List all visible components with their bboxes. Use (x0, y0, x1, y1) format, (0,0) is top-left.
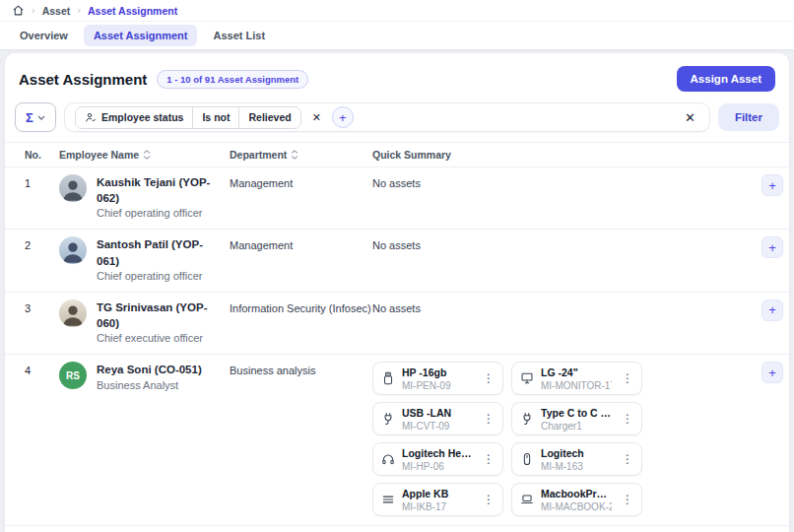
quick-summary: No assets (372, 299, 749, 345)
asset-card[interactable]: MacbookPro–2017 MI-MACBOOK-26 ⋮ (511, 483, 642, 516)
filter-input-area[interactable]: Employee status Is not Relieved ✕ + ✕ (64, 102, 710, 132)
keyboard-icon (381, 493, 395, 506)
add-asset-button[interactable]: + (761, 236, 783, 258)
department: Management (230, 174, 372, 220)
asset-name: Logitech Headphone (402, 446, 473, 460)
clear-filters-icon[interactable]: ✕ (681, 110, 699, 125)
asset-name: Logitech (541, 446, 612, 460)
employee-name[interactable]: Kaushik Tejani (YOP-062) (97, 174, 222, 206)
employee-name[interactable]: Santosh Patil (YOP-061) (97, 236, 222, 268)
headphone-icon (381, 452, 395, 466)
laptop-icon (520, 493, 534, 506)
add-asset-button[interactable]: + (761, 174, 783, 196)
add-filter-button[interactable]: + (332, 106, 354, 128)
asset-card[interactable]: HP -16gb MI-PEN-09 ⋮ (372, 362, 503, 395)
column-header-employee-name-label: Employee Name (59, 149, 139, 161)
row-number: 3 (5, 299, 59, 345)
table-row: 3 TG Srinivasan (YOP-060) Chief executiv… (5, 293, 789, 355)
asset-code: Charger1 (541, 421, 612, 432)
remove-filter-chip-icon[interactable]: ✕ (310, 111, 323, 124)
filter-chip-group: Employee status Is not Relieved (75, 106, 301, 129)
employee-cell[interactable]: Santosh Patil (YOP-061) Chief operating … (59, 236, 230, 282)
breadcrumb-asset-assignment: Asset Assignment (88, 5, 177, 17)
asset-code: MI-PEN-09 (402, 380, 473, 392)
asset-card[interactable]: USB -LAN MI-CVT-09 ⋮ (372, 402, 503, 435)
sort-icon[interactable] (143, 150, 151, 160)
kebab-menu-icon[interactable]: ⋮ (480, 493, 497, 506)
tab-overview[interactable]: Overview (10, 25, 78, 46)
filter-chip-field[interactable]: Employee status (76, 107, 193, 128)
kebab-menu-icon[interactable]: ⋮ (619, 371, 636, 385)
column-header-department[interactable]: Department (230, 149, 372, 161)
employee-title: Chief operating officer (97, 269, 222, 283)
cable-icon (381, 412, 395, 426)
asset-card[interactable]: Apple KB MI-IKB-17 ⋮ (372, 483, 503, 516)
filter-row: Σ Employee status Is not Relieved ✕ + ✕ … (5, 100, 789, 142)
row-number: 1 (5, 174, 59, 220)
filter-chip-value[interactable]: Relieved (239, 107, 299, 128)
page-content: Asset Assignment 1 - 10 of 91 Asset Assi… (0, 49, 794, 532)
employee-name[interactable]: TG Srinivasan (YOP-060) (97, 299, 222, 331)
department: Information Security (Infosec) (230, 299, 372, 345)
employee-cell[interactable]: RS Reya Soni (CO-051) Business Analyst (59, 362, 230, 516)
kebab-menu-icon[interactable]: ⋮ (480, 371, 497, 385)
asset-code: MI-MACBOOK-26 (541, 501, 612, 513)
asset-name: LG -24" (541, 366, 612, 379)
tab-asset-assignment[interactable]: Asset Assignment (84, 25, 198, 46)
page-title: Asset Assignment (19, 71, 147, 88)
add-asset-button[interactable]: + (761, 362, 783, 383)
asset-card[interactable]: Type C to C Chargin... Charger1 ⋮ (511, 402, 642, 435)
row-number: 2 (5, 236, 59, 282)
asset-code: MI-CVT-09 (402, 421, 473, 432)
avatar (59, 236, 87, 264)
asset-name: MacbookPro–2017 (541, 487, 612, 500)
asset-card[interactable]: LG -24" MI-MONITOR-17 ⋮ (511, 362, 642, 395)
breadcrumb-asset[interactable]: Asset (42, 5, 71, 17)
kebab-menu-icon[interactable]: ⋮ (480, 452, 497, 466)
employee-name[interactable]: Reya Soni (CO-051) (97, 362, 202, 377)
asset-name: Apple KB (402, 487, 473, 500)
asset-code: MI-MONITOR-17 (541, 380, 612, 392)
home-icon[interactable] (12, 4, 25, 17)
asset-card[interactable]: Logitech MI-M-163 ⋮ (511, 442, 642, 476)
asset-name: USB -LAN (402, 406, 473, 420)
record-count-badge: 1 - 10 of 91 Asset Assignment (157, 70, 308, 89)
table-row: 1 Kaushik Tejani (YOP-062) Chief operati… (5, 167, 789, 230)
filter-logic-dropdown[interactable]: Σ (15, 102, 56, 132)
add-asset-button[interactable]: + (761, 299, 783, 321)
table-row: 4 RS Reya Soni (CO-051) Business Analyst… (5, 355, 789, 526)
table-header: No. Employee Name Department Quick Summa… (5, 142, 789, 167)
filter-chip-operator-label: Is not (202, 111, 230, 123)
tab-asset-list[interactable]: Asset List (203, 25, 275, 46)
kebab-menu-icon[interactable]: ⋮ (619, 412, 636, 426)
assign-asset-button[interactable]: Assign Asset (677, 66, 775, 92)
pendrive-icon (381, 371, 395, 385)
employee-cell[interactable]: TG Srinivasan (YOP-060) Chief executive … (59, 299, 230, 345)
kebab-menu-icon[interactable]: ⋮ (619, 452, 636, 466)
filter-chip-operator[interactable]: Is not (193, 107, 239, 128)
chevron-down-icon (37, 115, 45, 120)
kebab-menu-icon[interactable]: ⋮ (619, 493, 636, 506)
column-header-quick-summary: Quick Summary (372, 149, 749, 161)
breadcrumb: › Asset › Asset Assignment (0, 0, 794, 22)
asset-code: MI-M-163 (541, 461, 612, 473)
filter-button[interactable]: Filter (718, 103, 779, 131)
employee-cell[interactable]: Kaushik Tejani (YOP-062) Chief operating… (59, 174, 230, 220)
avatar (59, 174, 87, 202)
chevron-right-icon: › (32, 5, 35, 16)
column-header-employee-name[interactable]: Employee Name (59, 149, 230, 161)
employee-title: Business Analyst (97, 378, 202, 392)
column-header-no: No. (5, 149, 59, 161)
chevron-right-icon: › (77, 5, 81, 16)
quick-summary: No assets (372, 174, 749, 220)
sort-icon[interactable] (291, 150, 298, 160)
kebab-menu-icon[interactable]: ⋮ (480, 412, 497, 426)
avatar: RS (59, 362, 87, 389)
asset-card[interactable]: Logitech Headphone MI-HP-06 ⋮ (372, 442, 503, 476)
asset-assignment-card: Asset Assignment 1 - 10 of 91 Asset Assi… (5, 53, 789, 532)
filter-chip-field-label: Employee status (101, 111, 183, 123)
asset-code: MI-HP-06 (402, 461, 473, 473)
table-row: 2 Santosh Patil (YOP-061) Chief operatin… (5, 230, 789, 292)
cable-icon (520, 412, 534, 426)
employee-title: Chief operating officer (97, 206, 222, 220)
